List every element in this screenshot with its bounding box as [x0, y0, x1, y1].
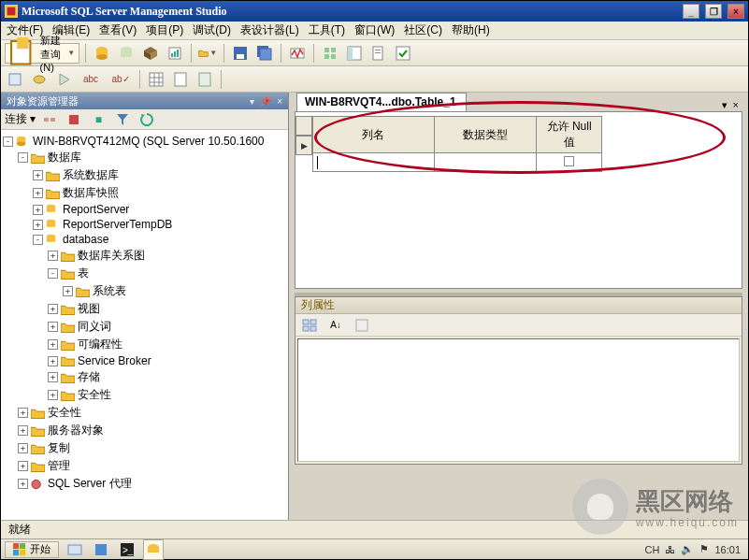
expander-icon[interactable]: +	[63, 286, 73, 296]
ime-indicator[interactable]: CH	[645, 544, 660, 555]
menu-community[interactable]: 社区(C)	[404, 22, 442, 38]
menu-tools[interactable]: 工具(T)	[309, 22, 345, 38]
taskbar-explorer-icon[interactable]	[65, 539, 85, 560]
expander-icon[interactable]: +	[18, 479, 28, 489]
expander-icon[interactable]: +	[48, 372, 58, 382]
tray-clock[interactable]: 16:01	[714, 544, 741, 555]
tree-item-label[interactable]: 安全性	[78, 387, 111, 403]
activity-monitor-icon[interactable]	[287, 43, 308, 64]
refresh-icon[interactable]: ■	[88, 109, 108, 130]
document-tab[interactable]: WIN-B8RVQT4...dbo.Table_1	[296, 93, 467, 111]
properties-window-icon[interactable]	[393, 43, 413, 64]
generate-script-icon[interactable]	[194, 69, 215, 90]
object-explorer-toggle-icon[interactable]	[344, 43, 365, 64]
stop-icon[interactable]	[64, 109, 84, 130]
columns-grid-new-row[interactable]	[313, 153, 602, 172]
tree-view[interactable]: -WIN-B8RVQT412MQ (SQL Server 10.50.1600 …	[1, 130, 288, 520]
tree-item-label[interactable]: 存储	[78, 369, 100, 385]
toolbar-cube-icon[interactable]	[140, 43, 161, 64]
connect-dropdown[interactable]: 连接 ▾	[5, 111, 36, 127]
col-header-name[interactable]: 列名	[313, 117, 435, 153]
tree-item-label[interactable]: 安全性	[48, 405, 81, 421]
col-header-type[interactable]: 数据类型	[434, 117, 537, 153]
expander-icon[interactable]: +	[48, 304, 58, 314]
cell-allow-null[interactable]	[537, 153, 602, 172]
toolbar-report-icon[interactable]	[165, 43, 185, 64]
filter-icon[interactable]	[112, 109, 133, 130]
expander-icon[interactable]: +	[48, 390, 58, 400]
taskbar-server-manager-icon[interactable]	[91, 539, 111, 560]
tree-item-label[interactable]: database	[63, 233, 108, 246]
menu-help[interactable]: 帮助(H)	[452, 22, 490, 38]
tree-item-label[interactable]: 管理	[48, 458, 70, 474]
restore-button[interactable]: ❐	[705, 4, 722, 19]
toolbar-db-2-icon[interactable]	[116, 43, 137, 64]
expander-icon[interactable]: -	[18, 152, 28, 163]
pin-icon[interactable]: 📌	[260, 96, 271, 107]
column-properties-body[interactable]	[297, 338, 740, 462]
menu-debug[interactable]: 调试(D)	[193, 22, 231, 38]
tree-item-label[interactable]: 复制	[48, 440, 70, 456]
expander-icon[interactable]: +	[48, 339, 58, 350]
expander-icon[interactable]: +	[48, 356, 58, 366]
expander-icon[interactable]: +	[33, 170, 43, 180]
tree-item-label[interactable]: 同义词	[78, 319, 111, 335]
parse-icon[interactable]	[5, 69, 25, 90]
tree-item-label[interactable]: 服务器对象	[48, 423, 104, 438]
tree-item-label[interactable]: ReportServer	[63, 203, 129, 216]
tree-item-label[interactable]: 数据库快照	[63, 185, 119, 201]
grid-results-icon[interactable]	[146, 69, 166, 90]
alphabetical-icon[interactable]: A↓	[325, 315, 346, 336]
tab-dropdown-icon[interactable]: ▾	[722, 99, 727, 111]
tree-item-label[interactable]: 系统数据库	[63, 167, 119, 183]
menu-project[interactable]: 项目(P)	[146, 22, 183, 38]
save-icon[interactable]	[230, 43, 251, 64]
new-query-button[interactable]: 新建查询(N) ▼	[5, 43, 79, 64]
menu-window[interactable]: 窗口(W)	[354, 22, 395, 38]
expander-icon[interactable]: +	[18, 461, 28, 471]
cell-column-name[interactable]	[313, 153, 435, 172]
expander-icon[interactable]: -	[48, 268, 58, 279]
tray-flag-icon[interactable]: ⚑	[699, 543, 709, 555]
tray-sound-icon[interactable]: 🔈	[681, 543, 694, 555]
execute-icon[interactable]	[53, 69, 74, 90]
tree-item-label[interactable]: 表	[78, 266, 89, 281]
close-button[interactable]: ×	[727, 4, 744, 19]
expander-icon[interactable]: -	[3, 136, 13, 147]
menu-view[interactable]: 查看(V)	[99, 22, 137, 38]
expander-icon[interactable]: +	[33, 205, 43, 215]
menu-file[interactable]: 文件(F)	[7, 22, 43, 38]
menu-table-designer[interactable]: 表设计器(L)	[240, 22, 299, 38]
taskbar-ssms-icon[interactable]	[143, 539, 164, 560]
abc-check-icon[interactable]: ab✓	[108, 69, 134, 90]
tree-item-label[interactable]: SQL Server 代理	[48, 476, 132, 492]
script-table-icon[interactable]	[170, 69, 191, 90]
tree-root-label[interactable]: WIN-B8RVQT412MQ (SQL Server 10.50.1600	[33, 135, 264, 148]
start-button[interactable]: 开始	[5, 541, 59, 558]
autohide-pin-icon[interactable]: ▾	[250, 96, 254, 107]
tab-close-icon[interactable]: ×	[733, 99, 739, 111]
pane-close-icon[interactable]: ×	[277, 96, 282, 107]
columns-grid[interactable]: 列名 数据类型 允许 Null 值	[312, 116, 602, 172]
expander-icon[interactable]: -	[33, 235, 43, 245]
tree-item-label[interactable]: 可编程性	[78, 337, 122, 352]
expander-icon[interactable]: +	[18, 408, 28, 418]
refresh2-icon[interactable]	[137, 109, 157, 130]
template-explorer-icon[interactable]	[368, 43, 389, 64]
categorized-icon[interactable]	[299, 315, 320, 336]
tree-databases-label[interactable]: 数据库	[48, 150, 81, 165]
cell-data-type[interactable]	[434, 153, 537, 172]
registered-servers-icon[interactable]	[320, 43, 340, 64]
tree-item-label[interactable]: ReportServerTempDB	[63, 218, 172, 231]
property-pages-icon[interactable]	[352, 315, 372, 336]
col-header-null[interactable]: 允许 Null 值	[537, 117, 602, 153]
change-connection-icon[interactable]	[29, 69, 50, 90]
expander-icon[interactable]: +	[18, 443, 28, 453]
minimize-button[interactable]: _	[683, 4, 699, 19]
expander-icon[interactable]: +	[33, 220, 43, 230]
open-file-icon[interactable]: ▼	[197, 43, 218, 64]
expander-icon[interactable]: +	[48, 251, 58, 261]
taskbar-cmd-icon[interactable]: >_	[117, 539, 137, 560]
expander-icon[interactable]: +	[18, 425, 28, 436]
tree-item-label[interactable]: Service Broker	[78, 354, 151, 367]
